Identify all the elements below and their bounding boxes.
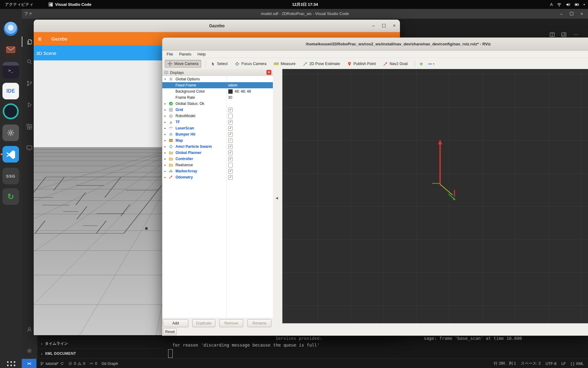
2d-pose-estimate-tool-button[interactable]: 2D Pose Estimate (300, 60, 343, 68)
display-row-bumper-hit[interactable]: ▸Bumper Hit✓ (162, 131, 273, 137)
terminal-panel[interactable]: Services provided: sage: frame 'base_sca… (162, 335, 588, 359)
display-enabled-checkbox[interactable]: ✓ (228, 144, 233, 149)
ide-app-icon[interactable]: IDE (2, 83, 19, 99)
select-tool-button[interactable]: Select (208, 60, 231, 67)
search-icon[interactable] (26, 58, 33, 65)
split-editor-icon[interactable] (549, 32, 555, 37)
source-control-icon[interactable] (26, 80, 33, 87)
close-button[interactable]: × (393, 23, 396, 29)
add-tool-button[interactable] (417, 60, 425, 67)
display-row-global-options[interactable]: ▾Global Options (162, 76, 273, 82)
display-enabled-checkbox[interactable]: ✓ (228, 138, 233, 143)
move-camera-tool-button[interactable]: Move Camera (165, 60, 201, 68)
extensions-icon[interactable] (26, 123, 33, 130)
indentation[interactable]: スペース: 2 (521, 361, 541, 366)
expander-icon[interactable]: ▸ (164, 107, 166, 113)
encoding[interactable]: UTF-8 (545, 362, 556, 366)
expander-icon[interactable]: ▸ (164, 144, 166, 150)
minimize-button[interactable]: – (372, 23, 375, 29)
expander-icon[interactable]: ▸ (164, 113, 166, 119)
add-button[interactable]: Add (163, 319, 188, 327)
expander-icon[interactable]: ▸ (164, 174, 166, 180)
vscode-titlebar[interactable]: ファ model.sdf - 2DRoboPrac_ws - Visual St… (22, 9, 588, 19)
vscode-app-icon[interactable] (2, 146, 19, 163)
maximize-button[interactable] (570, 11, 574, 16)
panel-splitter[interactable]: ◀ (273, 69, 282, 335)
display-row-odometry[interactable]: ▸Odometry✓ (162, 174, 273, 180)
reset-button[interactable]: Reset (163, 328, 177, 335)
run-debug-icon[interactable] (26, 102, 33, 108)
terminal-app-icon[interactable]: >_ (2, 62, 19, 79)
display-row-fixed-frame[interactable]: Fixed Frameodom (162, 82, 273, 88)
collapse-panel-icon[interactable]: ◀ (276, 196, 278, 200)
measure-tool-button[interactable]: Measure (271, 60, 298, 68)
property-value[interactable]: 48; 48; 48 (228, 88, 251, 94)
display-row-realsense[interactable]: ▸Realsense (162, 162, 273, 168)
recycle-app-icon[interactable]: ↻ (2, 188, 19, 205)
browser-app-icon[interactable] (2, 21, 19, 37)
display-row-background-color[interactable]: Background Color48; 48; 48 (162, 88, 273, 94)
branch-status[interactable]: tutorial* (40, 362, 64, 366)
input-method-indicator[interactable]: A (550, 2, 553, 7)
display-row-grid[interactable]: ▸Grid✓ (162, 107, 273, 113)
menu-panels[interactable]: Panels (176, 52, 194, 56)
account-icon[interactable] (26, 326, 33, 333)
cursor-position[interactable]: 行 290、列 1 (494, 361, 516, 366)
focused-app-indicator[interactable]: Visual Studio Code (48, 0, 91, 9)
ports-status[interactable]: 0 (89, 362, 97, 366)
display-enabled-checkbox[interactable]: ✓ (228, 157, 233, 161)
minimize-button[interactable]: – (560, 11, 564, 16)
clock[interactable]: 12月3日 17:34 (284, 0, 326, 9)
duplicate-button[interactable]: Duplicate (192, 319, 215, 327)
maximize-button[interactable] (382, 23, 386, 29)
property-value[interactable]: odom (228, 82, 237, 88)
display-row-controller[interactable]: ▸Controller✓ (162, 156, 273, 162)
layout-icon[interactable] (561, 32, 567, 37)
expander-icon[interactable]: ▸ (164, 150, 166, 156)
language-mode[interactable]: { } XML (571, 362, 584, 366)
rviz-3d-viewport[interactable] (282, 69, 588, 323)
remove-button[interactable]: Remove (219, 319, 243, 327)
close-panel-button[interactable]: × (266, 70, 271, 75)
activities-button[interactable]: アクティビティ (5, 0, 33, 9)
display-row-markerarray[interactable]: ▸MarkerArray✓ (162, 168, 273, 174)
display-enabled-checkbox[interactable]: ✓ (228, 151, 233, 155)
remote-explorer-icon[interactable] (26, 144, 33, 151)
xml-document-section-header[interactable]: › XML DOCUMENT (37, 349, 162, 359)
display-enabled-checkbox[interactable]: ✓ (228, 169, 233, 174)
timeline-section-header[interactable]: › タイムライン (37, 339, 162, 349)
remove-tool-button[interactable]: ▾ (426, 60, 436, 67)
expander-icon[interactable]: ▸ (164, 101, 166, 107)
hamburger-menu-icon[interactable]: ≡ (38, 36, 42, 42)
display-row-amcl-particle-swarm[interactable]: ▸Amcl Particle Swarm✓ (162, 144, 273, 150)
more-actions-icon[interactable]: ⋯ (574, 32, 579, 37)
expander-icon[interactable]: ▸ (164, 156, 166, 162)
nav2-goal-tool-button[interactable]: Nav2 Goal (380, 60, 410, 68)
display-enabled-checkbox[interactable]: ✓ (228, 120, 233, 125)
display-enabled-checkbox[interactable]: ✓ (228, 175, 233, 180)
problems-status[interactable]: 0 0 (68, 362, 85, 366)
display-row-robotmodel[interactable]: ▸RobotModel (162, 113, 273, 119)
ssg-app-icon[interactable]: SSG (2, 168, 19, 184)
expander-icon[interactable]: ▸ (164, 137, 166, 144)
display-row-global-planner[interactable]: ▸Global Planner✓ (162, 150, 273, 156)
expander-icon[interactable]: ▸ (164, 125, 166, 131)
rviz-titlebar[interactable]: /home/kousei/2DRoboPrac_ws/ros2_ws/insta… (162, 38, 588, 51)
display-row-laserscan[interactable]: ▸LaserScan✓ (162, 125, 273, 131)
display-row-global-status-ok[interactable]: ▸Global Status: Ok (162, 101, 273, 107)
display-row-frame-rate[interactable]: Frame Rate30 (162, 94, 273, 101)
focus-camera-tool-button[interactable]: Focus Camera (232, 60, 269, 68)
display-enabled-checkbox[interactable]: ✓ (228, 126, 233, 131)
display-enabled-checkbox[interactable]: ✓ (228, 132, 233, 137)
mail-app-icon[interactable] (2, 41, 19, 58)
display-row-tf[interactable]: ▸TF✓ (162, 119, 273, 125)
publish-point-tool-button[interactable]: Publish Point (345, 60, 379, 67)
menu-file[interactable]: File (164, 52, 176, 56)
display-enabled-checkbox[interactable]: ✓ (228, 108, 233, 112)
display-enabled-checkbox[interactable] (228, 163, 233, 167)
expander-icon[interactable]: ▸ (164, 162, 166, 168)
show-apps-icon[interactable] (2, 357, 19, 368)
display-row-map[interactable]: ▸Map✓ (162, 137, 273, 144)
close-button[interactable]: × (580, 11, 584, 16)
settings-app-icon[interactable] (2, 125, 19, 141)
